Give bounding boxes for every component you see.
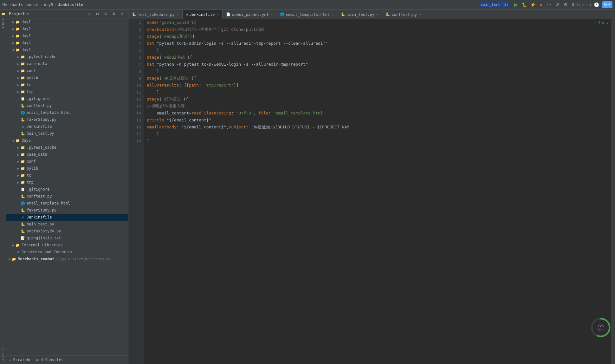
git-status: Git: ✓ ✓ ↑ 🕐: [572, 1, 600, 8]
tab-label-jenkinsfile: Jenkinsfile: [190, 12, 215, 17]
tree-icon-day5-main_test: 🐍: [20, 131, 25, 136]
tree-item-day6-tmp[interactable]: ▶📁tmp: [6, 179, 128, 186]
tree-item-day5-pylib[interactable]: ▶📁pylib: [6, 74, 128, 81]
more-run-button[interactable]: ⋯: [546, 1, 553, 8]
tree-arrow-day6-case_data: ▶: [16, 153, 20, 156]
run-button[interactable]: ▶: [513, 1, 520, 8]
tree-item-day5-tmp[interactable]: ▶📁tmp: [6, 88, 128, 95]
code-line-14: email_content=readFile encoding: 'utf-8'…: [147, 110, 608, 117]
stop-button[interactable]: ■: [537, 1, 544, 8]
editor-content: 123456789101112131415161718 node('gavin_…: [128, 19, 615, 364]
tab-webui_params[interactable]: 📄webui_params.yml✕: [223, 10, 276, 19]
sidebar-icon-structure[interactable]: Structure: [0, 345, 6, 364]
git-clock-button[interactable]: 🕐: [593, 1, 600, 8]
project-dropdown-arrow[interactable]: ▼: [27, 12, 29, 16]
expand-arrows[interactable]: ∧ ∨: [602, 20, 609, 25]
tab-jenkinsfile[interactable]: ⚙Jenkinsfile✕: [182, 10, 223, 19]
tab-main_test[interactable]: 🐍main_test.py✕: [337, 10, 382, 19]
tree-label-day6-case_data: case_data: [27, 152, 47, 157]
tree-item-day2[interactable]: ▶📁day2: [6, 25, 128, 32]
tab-close-test_schedule[interactable]: ✕: [177, 12, 179, 16]
scratches-consoles[interactable]: ⊡ Scratches and Consoles: [6, 355, 128, 364]
project-expand-button[interactable]: ⊞: [102, 10, 109, 17]
debug-button[interactable]: 🐛: [521, 1, 528, 8]
tree-item-day5-fakerstudy[interactable]: 🐍fakerStudy.py: [6, 116, 128, 123]
tree-item-scratches[interactable]: ⊡Scratches and Consoles: [6, 249, 128, 256]
tabs-bar: 🐍test_schedule.py✕⚙Jenkinsfile✕📄webui_pa…: [128, 10, 615, 19]
line-number-18: 18: [131, 138, 141, 145]
tree-item-day6-pylib[interactable]: ▶📁pylib: [6, 165, 128, 172]
code-line-17: }: [147, 131, 608, 138]
tab-close-main_test[interactable]: ✕: [377, 12, 379, 16]
line-number-10: 10: [131, 82, 141, 89]
tab-close-conftest[interactable]: ✕: [419, 12, 421, 16]
tree-item-day6-qiangjinjiu[interactable]: 📝qiangjinjiu.txt: [6, 235, 128, 242]
tree-item-day1[interactable]: ▶📁day1: [6, 18, 128, 25]
tab-close-jenkinsfile[interactable]: ✕: [217, 12, 219, 16]
project-close-button[interactable]: ✕: [119, 10, 126, 17]
tree-arrow-day1: ▶: [11, 20, 15, 24]
tab-email_template[interactable]: 🌐email_template.html✕: [276, 10, 337, 19]
code-line-15: println "${email_content}": [147, 117, 608, 124]
line-number-14: 14: [131, 110, 141, 117]
tree-item-day5-conftest[interactable]: 🐍conftest.py: [6, 102, 128, 109]
code-line-9: stage('生成测试报告'){: [147, 75, 608, 82]
breadcrumb-project[interactable]: Merchants_combat: [3, 3, 39, 7]
tree-item-day5-pytest_cache[interactable]: ▶📁.pytest_cache: [6, 53, 128, 60]
tree-icon-day5-email_html: 🌐: [20, 110, 25, 115]
settings-button[interactable]: ⚙: [562, 1, 569, 8]
tab-close-email_template[interactable]: ✕: [332, 12, 334, 16]
tree-icon-day4: 📁: [15, 40, 20, 45]
tab-close-webui_params[interactable]: ✕: [271, 12, 273, 16]
tree-item-day6-conf[interactable]: ▶📁conf: [6, 158, 128, 165]
tree-label-day6-main_test: main_test.py: [27, 222, 54, 226]
tree-item-day5-main_test[interactable]: 🐍main_test.py: [6, 130, 128, 137]
tree-item-day6-tc[interactable]: ▶📁tc: [6, 172, 128, 179]
tree-item-day5-conf[interactable]: ▶📁conf: [6, 67, 128, 74]
tree-label-scratches: Scratches and Consoles: [22, 250, 72, 254]
breadcrumb-folder[interactable]: day5: [44, 3, 53, 7]
tree-item-day6-gitignore[interactable]: 📋.gitignore: [6, 186, 128, 193]
project-settings-button[interactable]: ⚙: [110, 10, 117, 17]
plugin-button[interactable]: 插件: [602, 1, 612, 8]
tree-item-day3[interactable]: ▶📁day3: [6, 32, 128, 39]
run-config-dropdown[interactable]: main_test (1): [479, 2, 510, 7]
tree-item-day6-pyttsx3[interactable]: 🐍pyttsx3Stydy.py: [6, 228, 128, 235]
tree-label-day5-tc: tc: [27, 82, 31, 87]
tree-item-day5[interactable]: ▼📁day5: [6, 46, 128, 53]
sidebar-icon-commit[interactable]: Commit: [0, 17, 6, 30]
tree-icon-day5-pytest_cache: 📁: [20, 54, 25, 59]
tree-item-day6-case_data[interactable]: ▶📁case_data: [6, 151, 128, 158]
line-number-9: 9: [131, 75, 141, 82]
tree-item-day6-fakerstudy[interactable]: 🐍fakerStudy.py: [6, 207, 128, 214]
sidebar-icon-project[interactable]: 📁: [0, 11, 6, 16]
tree-item-day6-jenkinsfile[interactable]: ⚙Jenkinsfile: [6, 214, 128, 221]
tree-item-day5-email_html[interactable]: 🌐email_template.html: [6, 109, 128, 116]
tab-conftest[interactable]: 🐍conftest.py✕: [382, 10, 424, 19]
line-numbers: 123456789101112131415161718: [128, 19, 144, 364]
tree-item-day5-jenkinsfile[interactable]: ⚙Jenkinsfile: [6, 123, 128, 130]
tree-arrow-day3: ▶: [11, 34, 15, 38]
tree-item-day6-main_test[interactable]: 🐍main_test.py: [6, 221, 128, 228]
tree-item-day6-conftest[interactable]: 🐍conftest.py: [6, 193, 128, 200]
code-area[interactable]: node('gavin_win10'){ checkout scm //检出代码…: [144, 19, 611, 364]
project-locate-button[interactable]: ◎: [86, 10, 93, 17]
tree-root[interactable]: ▼ 📁 Merchants_combat D:\py project\Merch…: [6, 256, 128, 263]
tab-test_schedule[interactable]: 🐍test_schedule.py✕: [128, 10, 182, 19]
tree-arrow-day6-pylib: ▶: [16, 167, 20, 170]
tree-icon-day5: 📁: [15, 47, 20, 52]
tree-item-ext_libs[interactable]: ▶📁External Libraries: [6, 242, 128, 249]
tree-icon-day6-tc: 📁: [20, 173, 25, 178]
tree-item-day5-gitignore[interactable]: 📋.gitignore: [6, 95, 128, 102]
project-collapse-button[interactable]: ⊟: [94, 10, 101, 17]
tree-icon-day5-tmp: 📁: [20, 89, 25, 94]
tree-arrow-day5-tmp: ▶: [16, 90, 20, 94]
tree-item-day6-email_html[interactable]: 🌐email_template.html: [6, 200, 128, 207]
tree-item-day5-tc[interactable]: ▶📁tc: [6, 81, 128, 88]
tree-item-day6-pytest_cache[interactable]: ▶📁.pytest_cache: [6, 144, 128, 151]
tree-item-day4[interactable]: ▶📁day4: [6, 39, 128, 46]
coverage-button[interactable]: ⚡: [529, 1, 536, 8]
tree-item-day6[interactable]: ▼📁day6: [6, 137, 128, 144]
reload-button[interactable]: ↺: [554, 1, 561, 8]
tree-item-day5-case_data[interactable]: ▶📁case_data: [6, 60, 128, 67]
